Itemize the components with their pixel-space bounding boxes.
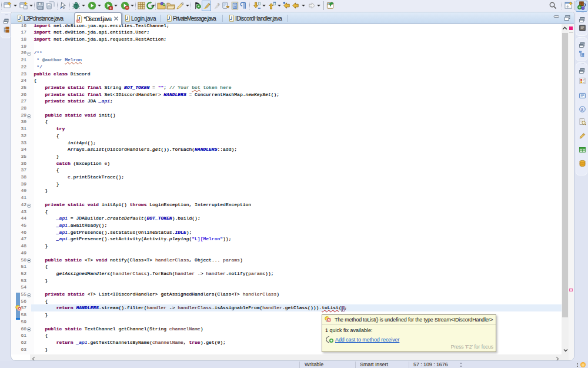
svg-text:a: a	[581, 106, 584, 111]
svg-text:?: ?	[217, 2, 219, 6]
